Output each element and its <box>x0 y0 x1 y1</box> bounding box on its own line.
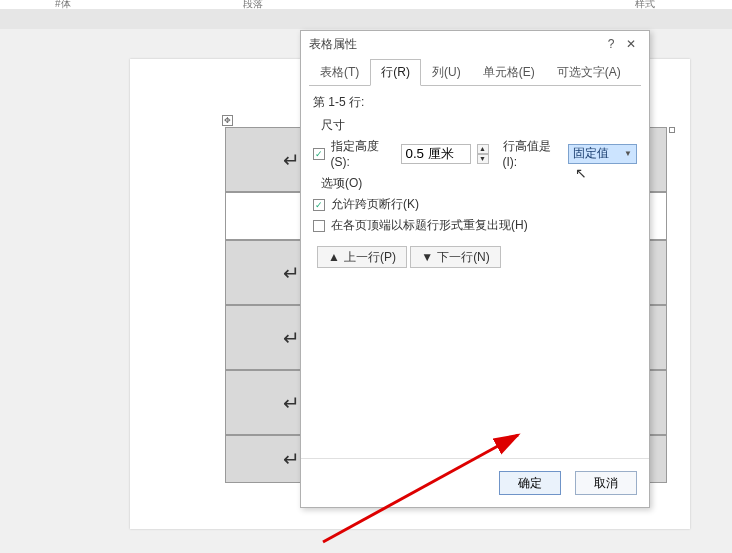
paragraph-mark-icon: ↵ <box>283 447 300 471</box>
row-height-input[interactable] <box>401 144 471 164</box>
dialog-title: 表格属性 <box>309 36 357 53</box>
paragraph-mark-icon: ↵ <box>283 261 300 285</box>
row-range-label: 第 1-5 行: <box>313 94 637 111</box>
size-section-label: 尺寸 <box>321 117 637 134</box>
mouse-cursor-icon: ↖ <box>575 165 587 181</box>
paragraph-mark-icon: ↵ <box>283 326 300 350</box>
tab-alt-text[interactable]: 可选文字(A) <box>546 59 632 86</box>
allow-break-checkbox[interactable] <box>313 199 325 211</box>
tab-bar: 表格(T) 行(R) 列(U) 单元格(E) 可选文字(A) <box>301 57 649 86</box>
tab-row[interactable]: 行(R) <box>370 59 421 86</box>
height-step-down[interactable]: ▼ <box>477 154 489 164</box>
cancel-button[interactable]: 取消 <box>575 471 637 495</box>
triangle-up-icon: ▲ <box>328 250 340 264</box>
next-row-button[interactable]: ▼下一行(N) <box>410 246 501 268</box>
close-button[interactable]: ✕ <box>621 37 641 51</box>
tab-column[interactable]: 列(U) <box>421 59 472 86</box>
tab-cell[interactable]: 单元格(E) <box>472 59 546 86</box>
allow-break-label: 允许跨页断行(K) <box>331 196 419 213</box>
ribbon-separator <box>0 9 732 29</box>
help-button[interactable]: ? <box>601 37 621 51</box>
row-height-mode-select[interactable]: 固定值 ▼ <box>568 144 637 164</box>
paragraph-mark-icon: ↵ <box>283 391 300 415</box>
height-step-up[interactable]: ▲ <box>477 144 489 154</box>
repeat-header-checkbox[interactable] <box>313 220 325 232</box>
specify-height-checkbox[interactable] <box>313 148 325 160</box>
row-height-is-label: 行高值是(I): <box>503 138 563 169</box>
repeat-header-label: 在各页顶端以标题行形式重复出现(H) <box>331 217 528 234</box>
tab-table[interactable]: 表格(T) <box>309 59 370 86</box>
chevron-down-icon: ▼ <box>624 149 632 158</box>
table-move-handle[interactable]: ✥ <box>222 115 233 126</box>
row-height-mode-value: 固定值 <box>573 145 609 162</box>
ribbon-group-styles: 样式 <box>635 0 655 11</box>
ribbon-group-font: #体 <box>55 0 71 11</box>
options-section-label: 选项(O) <box>321 175 637 192</box>
ribbon-group-paragraph: 段落 <box>243 0 263 11</box>
triangle-down-icon: ▼ <box>421 250 433 264</box>
resize-handle[interactable] <box>669 127 675 133</box>
previous-row-button[interactable]: ▲上一行(P) <box>317 246 407 268</box>
paragraph-mark-icon: ↵ <box>283 148 300 172</box>
specify-height-label: 指定高度(S): <box>331 138 395 169</box>
table-properties-dialog: 表格属性 ? ✕ 表格(T) 行(R) 列(U) 单元格(E) 可选文字(A) … <box>300 30 650 508</box>
ok-button[interactable]: 确定 <box>499 471 561 495</box>
